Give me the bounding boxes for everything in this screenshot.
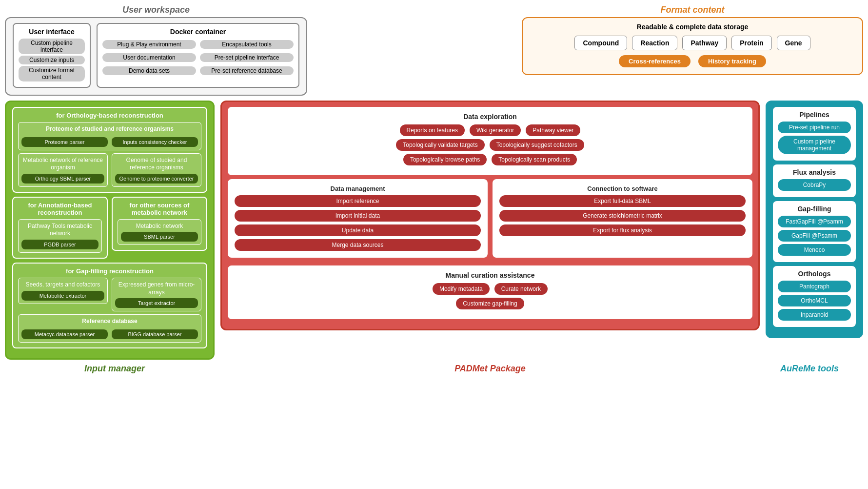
cross-references-pill: Cross-references — [619, 55, 690, 67]
gap-filling-box: for Gap-filling reconstruction Seeds, ta… — [12, 263, 207, 348]
docker-title: Docker container — [102, 28, 294, 36]
docker-item-1: Plug & Play environment — [102, 40, 196, 49]
ui-item-3: Customize format content — [19, 66, 85, 82]
manual-curation-title: Manual curation assistance — [235, 271, 746, 279]
input-manager-box: for Orthology-based reconstruction Prote… — [5, 101, 215, 360]
padmet-label: PADMet Package — [225, 364, 755, 374]
pgdb-parser: PGDB parser — [21, 240, 99, 249]
data-expl-row1: Reports on features Wiki generator Pathw… — [235, 124, 746, 136]
docker-item-4: Encapsulated tools — [200, 40, 294, 49]
orthology-sbml: Orthology SBML parser — [21, 174, 104, 183]
target-extractor: Target extractor — [115, 298, 198, 308]
data-expl-row2: Topologically validate targets Topologic… — [235, 139, 746, 151]
proteome-title: Proteome of studied and reference organi… — [21, 125, 198, 133]
reports-features: Reports on features — [400, 124, 465, 136]
other-sources-col: for other sources of metabolic network M… — [112, 197, 207, 259]
genome-box: Genome of studied and reference organism… — [112, 153, 201, 187]
preset-pipeline: Pre-set pipeline run — [778, 122, 851, 133]
data-exploration-title: Data exploration — [235, 113, 746, 121]
gap-filling-group: Gap-filling FastGapFill @Psamm GapFill @… — [773, 201, 856, 262]
proteome-row: Proteome parser Inputs consistency check… — [21, 135, 198, 147]
sbml-parser: SBML parser — [121, 232, 198, 242]
pantograph: Pantograph — [778, 281, 851, 292]
user-interface-title: User interface — [19, 28, 85, 36]
gap-filling-title: for Gap-filling reconstruction — [18, 267, 201, 275]
input-manager-section: for Orthology-based reconstruction Prote… — [5, 101, 215, 360]
padmet-section: Data exploration Reports on features Wik… — [220, 101, 760, 330]
expressed-col: Expressed genes from micro-arrays Target… — [112, 278, 201, 311]
input-manager-label: Input manager — [10, 364, 219, 374]
export-flux: Export for flux analysis — [499, 224, 746, 236]
annotation-other-row: for Annotation-based reconstruction Path… — [12, 197, 207, 259]
gap-filling-aurme-title: Gap-filling — [778, 205, 851, 213]
bigg-parser: BIGG database parser — [112, 329, 198, 339]
pipelines-title: Pipelines — [778, 111, 851, 119]
orthologs-group: Orthologs Pantograph OrthoMCL Inparanoid — [773, 266, 856, 327]
other-sources-box: for other sources of metabolic network M… — [112, 197, 207, 251]
connection-pills: Export full-data SBML Generate stoichiom… — [499, 195, 746, 236]
docker-item-2: User documentation — [102, 53, 196, 62]
connection-title: Connection to software — [499, 185, 746, 192]
docker-grid: Plug & Play environment Encapsulated too… — [102, 39, 294, 77]
bottom-row: for Orthology-based reconstruction Prote… — [5, 101, 863, 360]
cobropy: CobraPy — [778, 179, 851, 191]
data-management-box: Data management Import reference Import … — [228, 179, 488, 258]
annotation-title: for Annotation-based reconstruction — [18, 202, 102, 216]
docker-item-5: Pre-set pipeline interface — [200, 53, 294, 62]
format-protein: Protein — [731, 36, 771, 50]
data-management-pills: Import reference Import initial data Upd… — [235, 195, 481, 251]
update-data: Update data — [235, 224, 481, 236]
ref-database-row: Metacyc database parser BIGG database pa… — [21, 327, 198, 339]
docker-item-3: Demo data sets — [102, 66, 196, 75]
history-tracking-pill: History tracking — [698, 55, 766, 67]
middle-row: Data management Import reference Import … — [228, 179, 752, 262]
padmet-box: Data exploration Reports on features Wik… — [220, 101, 760, 330]
export-sbml: Export full-data SBML — [499, 195, 746, 207]
proteome-parser: Proteome parser — [21, 137, 108, 147]
gapfill: GapFill @Psamm — [778, 230, 851, 242]
annotation-col: for Annotation-based reconstruction Path… — [12, 197, 108, 259]
proteome-box: Proteome of studied and reference organi… — [18, 122, 201, 150]
flux-group: Flux analysis CobraPy — [773, 164, 856, 197]
metabolic-ref-title: Metabolic network of reference organism — [21, 157, 104, 172]
data-expl-row3: Topologically browse paths Topologically… — [235, 154, 746, 165]
connection-box: Connection to software Export full-data … — [493, 179, 752, 258]
workspace-section: User workspace User interface Custom pip… — [5, 5, 307, 96]
ui-item-1: Custom pipeline interface — [19, 39, 85, 54]
ui-item-2: Customize inputs — [19, 56, 85, 64]
workspace-box: User interface Custom pipeline interface… — [5, 17, 307, 96]
data-management-title: Data management — [235, 185, 481, 192]
data-exploration-box: Data exploration Reports on features Wik… — [228, 107, 752, 175]
meneco: Meneco — [778, 244, 851, 256]
aurme-box: Pipelines Pre-set pipeline run Custom pi… — [766, 101, 863, 338]
format-title: Format content — [522, 5, 863, 15]
manual-curation-row1: Modify metadata Curate network — [235, 283, 746, 295]
annotation-box: for Annotation-based reconstruction Path… — [12, 197, 108, 259]
main-container: User workspace User interface Custom pip… — [0, 0, 868, 489]
customize-gap: Customize gap-filling — [456, 298, 524, 309]
aurme-label: AuReMe tools — [761, 364, 858, 374]
gap-filling-row: Seeds, targets and cofactors Metabolite … — [18, 278, 201, 311]
inparanoid: Inparanoid — [778, 309, 851, 321]
format-box: Readable & complete data storage Compoun… — [522, 17, 863, 75]
import-reference: Import reference — [235, 195, 481, 207]
inputs-consistency: Inputs consistency checker — [112, 137, 198, 147]
topo-scan: Topologically scan products — [492, 154, 577, 165]
expressed-box: Expressed genes from micro-arrays Target… — [112, 278, 201, 311]
topo-browse: Topologically browse paths — [403, 154, 487, 165]
format-box-title: Readable & complete data storage — [530, 23, 855, 31]
metabolic-network-box: Metabolic network SBML parser — [118, 219, 201, 245]
metabolic-network-title: Metabolic network — [121, 223, 198, 230]
import-initial: Import initial data — [235, 210, 481, 222]
ref-database-title: Reference database — [21, 318, 198, 326]
genome-converter: Genome to proteome converter — [115, 174, 198, 183]
proteome-col: Proteome parser — [21, 135, 108, 147]
topo-validate: Topologically validate targets — [396, 139, 484, 151]
metabolite-extractor: Metabolite extractor — [21, 291, 104, 301]
gen-stoich: Generate stoichiometric matrix — [499, 210, 746, 222]
format-reaction: Reaction — [632, 36, 677, 50]
format-items-row: Compound Reaction Pathway Protein Gene — [530, 36, 855, 50]
pipelines-group: Pipelines Pre-set pipeline run Custom pi… — [773, 107, 856, 161]
seeds-title: Seeds, targets and cofactors — [21, 281, 104, 289]
pathway-viewer: Pathway viewer — [526, 124, 580, 136]
